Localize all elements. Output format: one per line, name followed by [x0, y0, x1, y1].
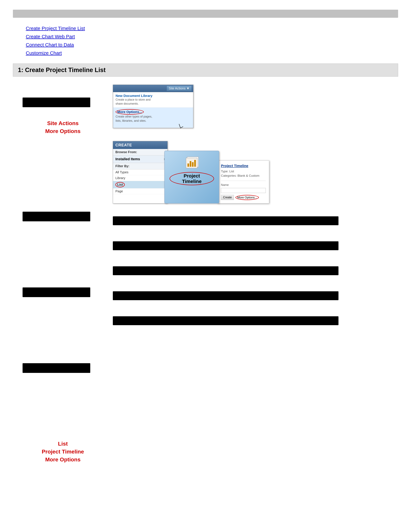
dc-name-input[interactable] [221, 188, 266, 193]
black-block-3 [113, 266, 338, 275]
site-actions-button[interactable]: Site Actions ▼ [167, 86, 192, 91]
sa-menu: New Document Library Create a place to s… [113, 92, 193, 128]
filter-list-oval: List [115, 182, 125, 187]
bar-2 [190, 161, 191, 167]
page-wrapper: Create Project Timeline List Create Char… [0, 0, 411, 472]
browse-from-label: Browse From: [113, 149, 168, 155]
moreoptions-oval-2: More Options... [235, 195, 259, 200]
annotation-moreoptions-1: More Options [45, 128, 80, 134]
filter-library-label: Library [115, 176, 125, 180]
annotation-block-2: List Project Timeline More Options [23, 441, 103, 463]
sa-menu-item-moreoptions[interactable]: More Options... Create other types of pa… [113, 107, 193, 128]
pt-card-label: Project Timeline [169, 172, 214, 185]
dc-categories: Categories: Blank & Custom [221, 174, 266, 178]
pt-oval: Project Timeline [169, 172, 214, 185]
tutorial-text-block-1 [23, 97, 90, 107]
create-panel: CREATE Browse From: Installed Items › Fi… [113, 141, 168, 203]
installed-items-label: Installed Items [115, 157, 140, 161]
dc-type: Type: List [221, 170, 266, 173]
bar-4 [194, 160, 196, 167]
moreoptions-oval: More Options... [116, 109, 144, 115]
toc-link-1[interactable]: Create Project Timeline List [26, 24, 398, 32]
dropdown-arrow-icon: ▼ [186, 86, 189, 90]
toc-link-3[interactable]: Connect Chart to Data [26, 41, 398, 49]
sa-titlebar: Site Actions ▼ [113, 85, 193, 92]
black-block-1 [113, 216, 338, 225]
black-block-2 [113, 241, 338, 250]
filter-all-label: All Types [115, 171, 129, 174]
toc-link-2[interactable]: Create Chart Web Part [26, 32, 398, 41]
newdoc-title: New Document Library [116, 94, 191, 98]
dc-divider [221, 181, 266, 181]
screenshots-column: Site Actions ▼ New Document Library Crea… [113, 85, 398, 463]
newdoc-desc: Create a place to store andshare documen… [116, 98, 191, 106]
icon-front-sheet [186, 158, 197, 168]
tutorial-text-block-3 [23, 287, 90, 297]
black-block-4 [113, 291, 338, 300]
dc-title: Project Timeline [221, 164, 266, 168]
filter-list[interactable]: List [113, 181, 168, 189]
black-block-5 [113, 316, 338, 325]
filter-all-types[interactable]: All Types [113, 170, 168, 175]
annotation-project-timeline: Project Timeline [42, 448, 84, 455]
pt-label-text: Project Timeline [182, 173, 201, 184]
annotation-block-1: Site Actions More Options [23, 120, 103, 134]
toc-link-4[interactable]: Customize Chart [26, 49, 398, 57]
filter-page-label: Page [115, 190, 123, 193]
filter-library[interactable]: Library [113, 175, 168, 181]
details-card: Project Timeline Type: List Categories: … [218, 161, 269, 203]
dc-moreoptions-button[interactable]: More Options... [237, 196, 257, 199]
filter-by-label: Filter By: [113, 163, 168, 170]
screenshot-create-area: CREATE Browse From: Installed Items › Fi… [113, 141, 398, 203]
site-actions-label: Site Actions [169, 86, 186, 90]
annotations-column: Site Actions More Options List Project T… [23, 85, 103, 463]
bar-1 [187, 163, 189, 167]
installed-items-item[interactable]: Installed Items › [113, 155, 168, 163]
section1-content: Site Actions More Options List Project T… [23, 85, 398, 463]
tutorial-text-block-2 [23, 212, 90, 221]
screenshot-siteactions: Site Actions ▼ New Document Library Crea… [113, 85, 193, 128]
section1-header: 1: Create Project Timeline List [13, 64, 398, 76]
bar-3 [192, 162, 194, 167]
section1-title: 1: Create Project Timeline List [18, 66, 106, 73]
top-bar [13, 10, 398, 18]
dc-buttons: Create More Options... [221, 195, 266, 200]
moreoptions-title: More Options... [116, 109, 191, 115]
moreoptions-desc: Create other types of pages,lists, libra… [116, 115, 191, 123]
project-timeline-icon [184, 156, 200, 169]
cursor-icon [179, 122, 183, 128]
annotation-list: List [58, 441, 68, 447]
annotation-siteactions: Site Actions [47, 120, 78, 126]
filter-page[interactable]: Page [113, 189, 168, 194]
filter-list-label: List [117, 183, 123, 186]
create-header: CREATE [113, 141, 168, 149]
sa-menu-item-newdoc[interactable]: New Document Library Create a place to s… [113, 92, 193, 107]
dc-name-label: Name [221, 183, 266, 187]
tutorial-text-block-4 [23, 363, 90, 373]
annotation-moreoptions-2: More Options [45, 456, 80, 463]
project-timeline-card[interactable]: Project Timeline [164, 151, 219, 203]
moreoptions-label: More Options... [117, 110, 142, 114]
toc: Create Project Timeline List Create Char… [26, 24, 398, 57]
dc-create-button[interactable]: Create [221, 195, 234, 200]
icon-bars [187, 160, 196, 167]
